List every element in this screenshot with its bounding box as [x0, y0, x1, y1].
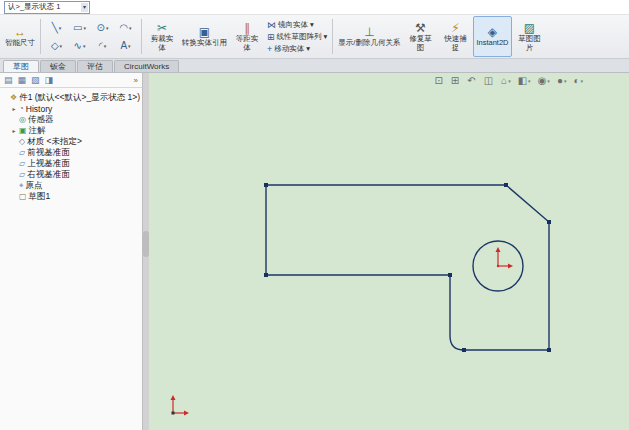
pattern-tools-stack: ⋈ 镜向实体 ▾ ⊞ 线性草图阵列 ▾ + 移动实体 ▾ — [265, 16, 329, 57]
tree-item-top-plane[interactable]: ▱ 上视基准面 — [2, 158, 140, 169]
appearances-button[interactable]: ●▾ — [557, 76, 567, 86]
view-settings-button[interactable]: ◐▾ — [573, 76, 583, 86]
sketch-picture-button[interactable]: ▨ 草图图片 — [513, 16, 547, 57]
sketch-vertex-points[interactable] — [264, 183, 551, 352]
feature-tree: ❖ 件1 (默认<<默认>_显示状态 1>) ▸ ◔ History ◎ 传感器… — [0, 88, 142, 206]
previous-view-button[interactable]: ↶ — [467, 76, 476, 86]
polygon-icon: ◇ — [51, 40, 59, 51]
zoom-fit-button[interactable]: ⊡ — [434, 76, 443, 86]
tree-item-part-root[interactable]: ❖ 件1 (默认<<默认>_显示状态 1>) — [2, 92, 140, 103]
zoom-area-button[interactable]: ⊞ — [451, 76, 460, 86]
quick-snaps-button[interactable]: ⚡ 快速捕捉 — [438, 16, 472, 57]
sketch-outline[interactable] — [266, 185, 549, 350]
configuration-manager-tab-icon[interactable]: ▧ — [31, 75, 40, 85]
rectangle-tool-button[interactable]: ▭▾ — [68, 19, 91, 37]
sketch-icon: ▢ — [19, 192, 27, 201]
toolbar-separator — [332, 19, 333, 54]
chevron-down-icon[interactable]: ▾ — [324, 32, 328, 41]
polygon-tool-button[interactable]: ◇▾ — [45, 37, 68, 55]
arc-tool-button[interactable]: ◠▾ — [114, 19, 137, 37]
chevron-down-icon[interactable]: ▾ — [104, 43, 107, 49]
chevron-down-icon[interactable]: ▾ — [129, 25, 132, 31]
arc-icon: ◠ — [119, 22, 128, 33]
move-entities-button[interactable]: + 移动实体 ▾ — [265, 43, 329, 55]
chevron-down-icon: ▾ — [528, 76, 531, 86]
convert-entities-button[interactable]: ▣ 转换实体引用 — [180, 16, 229, 57]
display-style-button[interactable]: ◧▾ — [518, 76, 531, 86]
view-orientation-icon: ⌂ — [501, 76, 507, 86]
toolbar-separator — [141, 19, 142, 54]
section-view-button[interactable]: ◫ — [484, 76, 494, 86]
move-entities-icon: + — [267, 44, 272, 54]
repair-sketch-button[interactable]: ⚒ 修复草图 — [403, 16, 437, 57]
instant2d-button[interactable]: ◈ Instant2D — [473, 16, 511, 57]
chevron-down-icon[interactable]: ▾ — [59, 25, 62, 31]
trim-entities-button[interactable]: ✂ 剪裁实体 — [145, 16, 179, 57]
panel-collapse-chevron-icon[interactable]: » — [134, 76, 138, 85]
offset-entities-icon: ∥ — [244, 21, 250, 35]
chevron-down-icon[interactable]: ▾ — [306, 44, 310, 53]
smart-dimension-icon: ↔ — [14, 25, 26, 39]
view-orientation-button[interactable]: ⌂▾ — [501, 76, 511, 86]
zoom-area-icon: ⊞ — [451, 76, 459, 86]
tree-item-front-plane[interactable]: ▱ 前视基准面 — [2, 147, 140, 158]
graphics-area[interactable]: ⊡ ⊞ ↶ ◫ ⌂▾ ◧▾ ◉▾ ●▾ ◐▾ — [149, 73, 629, 430]
tree-item-sensors[interactable]: ◎ 传感器 — [2, 114, 140, 125]
zoom-fit-icon: ⊡ — [434, 76, 442, 86]
tree-item-history[interactable]: ▸ ◔ History — [2, 103, 140, 114]
text-tool-button[interactable]: A▾ — [114, 37, 137, 55]
property-manager-tab-icon[interactable]: ▦ — [18, 75, 27, 85]
tree-item-material[interactable]: ◇ 材质 <未指定> — [2, 136, 140, 147]
tree-item-origin[interactable]: ⌖ 原点 — [2, 180, 140, 191]
sensors-icon: ◎ — [19, 115, 26, 124]
offset-entities-button[interactable]: ∥ 等距实体 — [230, 16, 264, 57]
panel-tab-bar: ▤ ▦ ▧ ◨ » — [0, 73, 142, 88]
chevron-down-icon: ▾ — [547, 76, 550, 86]
tab-sheet-metal[interactable]: 钣金 — [40, 60, 76, 72]
previous-view-icon: ↶ — [467, 76, 475, 86]
command-manager-tabs: 草图 钣金 评估 CircuitWorks — [0, 59, 629, 73]
chevron-down-icon[interactable]: ▾ — [310, 20, 314, 29]
chevron-down-icon[interactable]: ▾ — [83, 43, 86, 49]
tree-item-right-plane[interactable]: ▱ 右视基准面 — [2, 169, 140, 180]
chevron-down-icon[interactable]: ▾ — [60, 43, 63, 49]
appearances-icon: ● — [557, 76, 563, 86]
instant2d-icon: ◈ — [488, 25, 497, 39]
tab-circuitworks[interactable]: CircuitWorks — [114, 60, 179, 72]
plane-icon: ▱ — [19, 170, 25, 179]
chevron-down-icon: ▾ — [564, 76, 567, 86]
expand-arrow-icon[interactable]: ▸ — [11, 105, 17, 112]
display-manager-tab-icon[interactable]: ◨ — [45, 75, 54, 85]
expand-arrow-icon[interactable]: ▸ — [11, 127, 17, 134]
sketch-origin-icon[interactable] — [496, 247, 514, 269]
feature-manager-panel: ▤ ▦ ▧ ◨ » ❖ 件1 (默认<<默认>_显示状态 1>) ▸ ◔ His… — [0, 73, 143, 430]
heads-up-view-toolbar: ⊡ ⊞ ↶ ◫ ⌂▾ ◧▾ ◉▾ ●▾ ◐▾ — [434, 76, 583, 86]
fillet-tool-button[interactable]: ◜▾ — [91, 37, 114, 55]
chevron-down-icon[interactable]: ▾ — [83, 25, 86, 31]
mirror-entities-button[interactable]: ⋈ 镜向实体 ▾ — [265, 19, 329, 31]
tree-item-annotations[interactable]: ▸ ▣ 注解 — [2, 125, 140, 136]
linear-sketch-pattern-button[interactable]: ⊞ 线性草图阵列 ▾ — [265, 31, 329, 43]
tab-evaluate[interactable]: 评估 — [77, 60, 113, 72]
solidworks-window: 认>_显示状态 1 ▾ ↔ 智能尺寸 ╲▾ ▭▾ ⊙▾ ◠▾ ◇▾ ∿▾ ◜▾ … — [0, 0, 629, 430]
history-icon: ◔ — [19, 104, 24, 113]
display-delete-relations-button[interactable]: ⊥ 显示/删除几何关系 — [336, 16, 402, 57]
chevron-down-icon[interactable]: ▾ — [128, 43, 131, 49]
feature-manager-tab-icon[interactable]: ▤ — [4, 75, 13, 85]
tree-item-sketch1[interactable]: ▢ 草图1 — [2, 191, 140, 202]
sketch-viewport — [149, 73, 629, 430]
spline-tool-button[interactable]: ∿▾ — [68, 37, 91, 55]
annotations-icon: ▣ — [19, 126, 27, 135]
line-tool-button[interactable]: ╲▾ — [45, 19, 68, 37]
quick-snaps-icon: ⚡ — [451, 21, 459, 35]
material-icon: ◇ — [19, 137, 25, 146]
rectangle-icon: ▭ — [73, 22, 82, 33]
chevron-down-icon[interactable]: ▾ — [106, 25, 109, 31]
tab-sketch[interactable]: 草图 — [3, 60, 39, 72]
section-view-icon: ◫ — [484, 76, 493, 86]
display-state-dropdown[interactable]: 认>_显示状态 1 ▾ — [4, 1, 90, 14]
circle-tool-button[interactable]: ⊙▾ — [91, 19, 114, 37]
hide-show-items-button[interactable]: ◉▾ — [538, 76, 550, 86]
toolbar-separator — [40, 19, 41, 54]
smart-dimension-button[interactable]: ↔ 智能尺寸 — [3, 16, 37, 57]
